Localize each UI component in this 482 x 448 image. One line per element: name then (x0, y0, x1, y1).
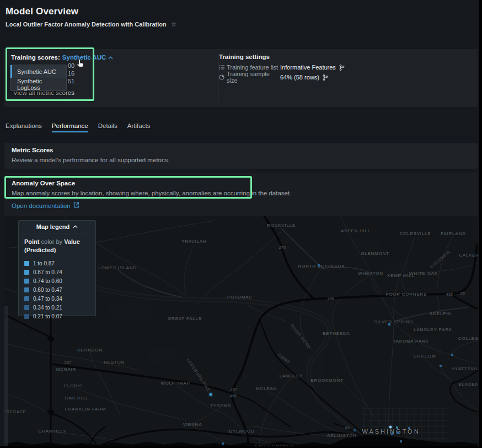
pie-icon (219, 74, 227, 80)
chevron-up-icon (73, 225, 78, 228)
legend-item: 0.21 to 0.07 (24, 312, 90, 321)
map-place-label: COLESVILLE (400, 231, 431, 236)
legend-item: 1 to 0.87 (24, 259, 90, 268)
map-place-label: WHITE OAK (409, 271, 438, 276)
anomaly-data-point (222, 442, 224, 445)
map-place-label: TAKOMA PARK (393, 339, 429, 344)
tab-details[interactable]: Details (98, 122, 117, 132)
map-place-label: BROOKMONT (310, 378, 344, 383)
map-place-label: BETHESDA (323, 331, 350, 336)
map-place-label: IDYLWOOD (227, 429, 254, 434)
dropdown-item-synthetic-logloss[interactable]: Synthetic LogLoss (10, 78, 66, 90)
map-place-label: CHANTILLY (39, 429, 67, 434)
map-place-label: POTOMAC (227, 295, 253, 300)
map-place-label: 495 (230, 394, 237, 398)
anomaly-data-point (210, 393, 212, 396)
anomaly-data-point (389, 426, 392, 429)
anomaly-data-point (451, 354, 453, 356)
anomaly-data-point (400, 440, 402, 442)
tab-artifacts[interactable]: Artifacts (127, 122, 151, 132)
favorite-star-icon[interactable]: ☆ (171, 21, 177, 28)
selected-metric[interactable]: Synthetic AUC (62, 54, 106, 61)
anomaly-title: Anomaly Over Space (12, 180, 75, 186)
metric-scores-description: Review a model's performance for all sup… (12, 157, 170, 163)
tabs: ExplanationsPerformanceDetailsArtifacts (6, 122, 150, 132)
map-place-label: TRAVILAH (182, 239, 207, 244)
map-place-label: FAIRLAND (441, 231, 466, 236)
map-place-label: 267 (65, 361, 72, 365)
legend-items: 1 to 0.870.87 to 0.740.74 to 0.600.60 to… (24, 259, 90, 321)
metric-value-fragment: 16 (68, 70, 74, 77)
map-place-label: WESTGATE (4, 409, 26, 414)
metric-dropdown: Synthetic AUCSynthetic LogLoss (10, 65, 67, 91)
map-place-label: ADELPHI (430, 311, 452, 316)
training-setting-row: Training feature listInformative Feature… (219, 63, 345, 71)
legend-swatch (24, 305, 29, 310)
training-setting-row: Training sample size64% (58 rows) (219, 73, 345, 81)
open-documentation-label: Open documentation (12, 202, 71, 209)
legend-item: 0.47 to 0.34 (24, 294, 90, 303)
map-place-label: 95 (460, 291, 465, 295)
anomaly-data-point (408, 427, 410, 429)
model-overview-page: Model Overview Local Outlier Factor Anom… (0, 0, 482, 448)
map-place-label: SILVER SPRING (374, 319, 413, 324)
screen-edge (479, 0, 482, 448)
page-title: Model Overview (6, 6, 78, 17)
map-place-label: BLADENSBURG (458, 382, 478, 387)
setting-value: 64% (58 rows) (280, 74, 328, 81)
metric-value-fragment: 00 (68, 62, 74, 69)
map-legend-header[interactable]: Map legend (19, 221, 95, 233)
branch-icon[interactable] (339, 65, 345, 71)
map-place-label: MCNAIR (56, 367, 76, 372)
map-place-label: GLENMONT (361, 251, 389, 256)
anomaly-data-point (440, 365, 442, 367)
open-documentation-link[interactable]: Open documentation (12, 202, 79, 209)
legend-swatch (24, 270, 29, 275)
setting-value: Informative Features (280, 64, 345, 71)
tab-explanations[interactable]: Explanations (6, 122, 42, 132)
map-place-label: LANGLEY (280, 374, 303, 378)
map-place-label: RESTON (104, 360, 125, 365)
metric-value-fragment: 51 (68, 78, 74, 84)
anomaly-data-point (354, 429, 356, 431)
training-card: Training scores: Synthetic AUC 00 16 51 … (4, 49, 478, 107)
anomaly-description: Map anomaly scores by location, showing … (12, 190, 291, 196)
anomaly-data-point (318, 264, 320, 266)
map-place-label: WOLF TRAP (160, 381, 190, 386)
map-place-label: 267 (231, 387, 238, 391)
model-name: Local Outlier Factor Anomaly Detection w… (6, 21, 167, 28)
legend-swatch (24, 287, 29, 292)
metric-scores-card (4, 143, 478, 169)
branch-icon[interactable] (323, 74, 328, 81)
anomaly-map[interactable]: ROCKVILLEASPEN HILLCOLESVILLEFAIRLANDTRA… (4, 216, 478, 448)
map-place-label: FOUR CORNERS (386, 292, 427, 297)
map-place-label: TYSONS (210, 403, 231, 408)
map-place-label: ARLINGTON (327, 433, 357, 438)
map-place-label: 495 (328, 297, 335, 301)
dropdown-item-synthetic-auc[interactable]: Synthetic AUC (10, 65, 66, 78)
legend-item: 0.87 to 0.74 (24, 268, 90, 276)
map-place-label: MCLEAN (256, 386, 277, 391)
model-name-row: Local Outlier Factor Anomaly Detection w… (6, 21, 177, 28)
training-scores-selector[interactable]: Training scores: Synthetic AUC (11, 54, 113, 61)
anomaly-data-point (396, 426, 398, 429)
map-legend-panel: Map legend Point color by Value (Predict… (18, 220, 96, 316)
setting-label: Training sample size (227, 71, 280, 84)
map-place-label: CALVERTON (459, 253, 478, 258)
tab-performance[interactable]: Performance (52, 122, 88, 132)
map-place-label: NORTH BETHESDA (298, 264, 345, 269)
anomaly-data-point (397, 431, 399, 434)
legend-item: 0.34 to 0.21 (24, 303, 90, 312)
legend-swatch (24, 261, 29, 266)
map-place-label: LOWES ISLAND (98, 265, 137, 270)
legend-item: 0.60 to 0.47 (24, 285, 90, 294)
legend-item: 0.74 to 0.60 (24, 276, 90, 285)
external-link-icon (73, 202, 79, 209)
map-place-label: HYATTSVILLE (452, 366, 478, 371)
chevron-up-icon (108, 54, 113, 61)
list-icon (219, 65, 227, 70)
map-place-label: FRANKLIN FARM (65, 407, 106, 412)
map-place-label: VIENNA (183, 422, 202, 427)
map-place-label: 270 (279, 246, 286, 249)
map-legend-body: Point color by Value (Predicted) 1 to 0.… (19, 233, 95, 321)
